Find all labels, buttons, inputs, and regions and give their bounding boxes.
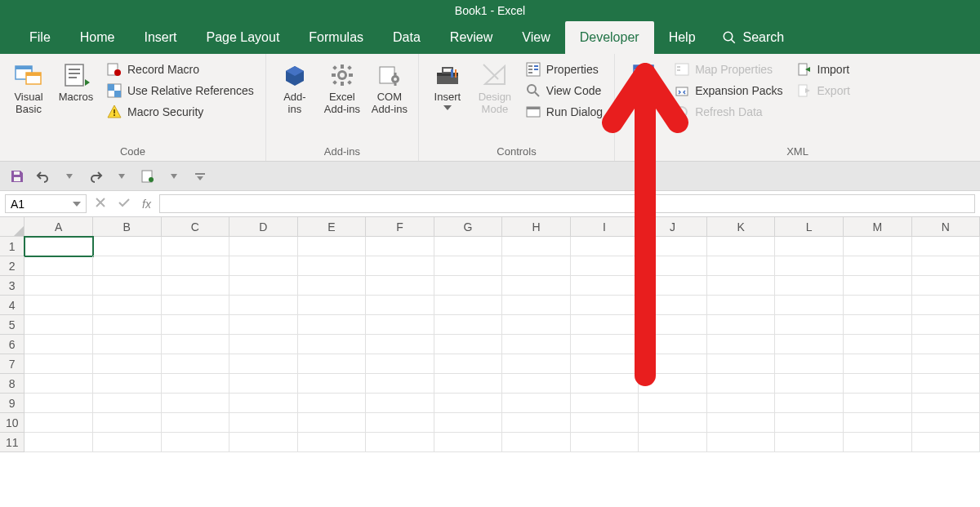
row-header[interactable]: 10 bbox=[0, 413, 24, 433]
tab-help[interactable]: Help bbox=[654, 21, 710, 54]
cell[interactable] bbox=[229, 374, 298, 394]
tab-insert[interactable]: Insert bbox=[129, 21, 191, 54]
cell[interactable] bbox=[844, 296, 912, 315]
cell[interactable] bbox=[707, 394, 776, 413]
cell[interactable] bbox=[162, 237, 230, 256]
cell[interactable] bbox=[912, 296, 980, 315]
tab-page-layout[interactable]: Page Layout bbox=[191, 21, 294, 54]
cell[interactable] bbox=[707, 296, 776, 315]
cell[interactable] bbox=[844, 256, 912, 276]
cell[interactable] bbox=[707, 433, 776, 452]
cell[interactable] bbox=[571, 374, 639, 394]
cell[interactable] bbox=[162, 315, 230, 335]
cell[interactable] bbox=[775, 296, 844, 315]
tab-formulas[interactable]: Formulas bbox=[294, 21, 378, 54]
cell[interactable] bbox=[502, 433, 571, 452]
cell[interactable] bbox=[844, 433, 912, 452]
cell[interactable] bbox=[912, 354, 980, 374]
row-header[interactable]: 1 bbox=[0, 237, 24, 256]
cell[interactable] bbox=[775, 276, 844, 296]
cell[interactable] bbox=[434, 296, 503, 315]
col-header[interactable]: C bbox=[162, 217, 230, 237]
cell[interactable] bbox=[844, 354, 912, 374]
col-header[interactable]: F bbox=[366, 217, 434, 237]
cell[interactable] bbox=[912, 394, 980, 413]
cell[interactable] bbox=[366, 276, 434, 296]
cell[interactable] bbox=[639, 237, 707, 256]
col-header[interactable]: J bbox=[639, 217, 707, 237]
tab-data[interactable]: Data bbox=[378, 21, 435, 54]
cell[interactable] bbox=[571, 315, 639, 335]
expansion-packs-button[interactable]: Expansion Packs bbox=[670, 80, 786, 101]
col-header[interactable]: N bbox=[912, 217, 980, 237]
cell[interactable] bbox=[298, 413, 367, 433]
cell[interactable] bbox=[434, 315, 503, 335]
cell[interactable] bbox=[639, 394, 707, 413]
cell[interactable] bbox=[93, 374, 162, 394]
cell[interactable] bbox=[366, 237, 434, 256]
row-header[interactable]: 3 bbox=[0, 276, 24, 296]
import-button[interactable]: Import bbox=[793, 59, 853, 80]
record-macro-button[interactable]: Record Macro bbox=[103, 59, 257, 80]
cell[interactable] bbox=[434, 256, 503, 276]
cell[interactable] bbox=[434, 394, 503, 413]
cell[interactable] bbox=[24, 276, 93, 296]
cell[interactable] bbox=[24, 237, 93, 256]
cell[interactable] bbox=[775, 433, 844, 452]
cell[interactable] bbox=[229, 413, 298, 433]
cell[interactable] bbox=[162, 296, 230, 315]
view-code-button[interactable]: View Code bbox=[522, 80, 606, 101]
cell[interactable] bbox=[24, 256, 93, 276]
cell[interactable] bbox=[298, 394, 367, 413]
cell[interactable] bbox=[639, 433, 707, 452]
cell[interactable] bbox=[912, 335, 980, 354]
cell[interactable] bbox=[775, 256, 844, 276]
cell[interactable] bbox=[775, 315, 844, 335]
use-relative-button[interactable]: Use Relative References bbox=[103, 80, 257, 101]
cell[interactable] bbox=[93, 237, 162, 256]
run-dialog-button[interactable]: Run Dialog bbox=[522, 101, 606, 122]
cell[interactable] bbox=[366, 296, 434, 315]
col-header[interactable]: D bbox=[229, 217, 298, 237]
select-all-corner[interactable] bbox=[0, 217, 24, 237]
cell[interactable] bbox=[502, 276, 571, 296]
cell[interactable] bbox=[912, 374, 980, 394]
cell[interactable] bbox=[162, 256, 230, 276]
cell[interactable] bbox=[639, 296, 707, 315]
cell[interactable] bbox=[571, 237, 639, 256]
cell[interactable] bbox=[93, 413, 162, 433]
cell[interactable] bbox=[366, 354, 434, 374]
cell[interactable] bbox=[639, 335, 707, 354]
col-header[interactable]: H bbox=[502, 217, 571, 237]
cell[interactable] bbox=[93, 256, 162, 276]
cell[interactable] bbox=[229, 276, 298, 296]
cell[interactable] bbox=[571, 433, 639, 452]
cell[interactable] bbox=[162, 276, 230, 296]
col-header[interactable]: M bbox=[844, 217, 912, 237]
cell[interactable] bbox=[162, 413, 230, 433]
cell[interactable] bbox=[229, 394, 298, 413]
row-header[interactable]: 8 bbox=[0, 374, 24, 394]
insert-control-button[interactable]: Insert bbox=[424, 57, 471, 113]
row-header[interactable]: 5 bbox=[0, 315, 24, 335]
cell[interactable] bbox=[24, 354, 93, 374]
save-button[interactable] bbox=[8, 167, 26, 185]
cell[interactable] bbox=[844, 413, 912, 433]
tab-review[interactable]: Review bbox=[435, 21, 507, 54]
cell[interactable] bbox=[844, 276, 912, 296]
cell[interactable] bbox=[912, 433, 980, 452]
export-button[interactable]: Export bbox=[793, 80, 853, 101]
cell[interactable] bbox=[434, 354, 503, 374]
tab-home[interactable]: Home bbox=[65, 21, 130, 54]
cell[interactable] bbox=[24, 315, 93, 335]
col-header[interactable]: E bbox=[298, 217, 367, 237]
cell[interactable] bbox=[775, 237, 844, 256]
cell[interactable] bbox=[912, 315, 980, 335]
cell[interactable] bbox=[24, 374, 93, 394]
cell[interactable] bbox=[502, 413, 571, 433]
cell[interactable] bbox=[775, 354, 844, 374]
col-header[interactable]: G bbox=[434, 217, 503, 237]
cell[interactable] bbox=[707, 335, 776, 354]
row-header[interactable]: 9 bbox=[0, 394, 24, 413]
cell[interactable] bbox=[707, 276, 776, 296]
